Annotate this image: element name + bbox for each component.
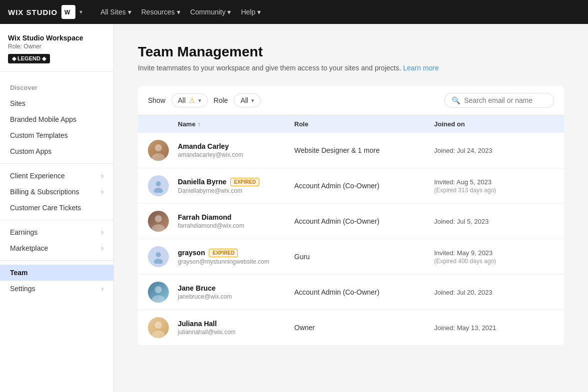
show-filter-chevron-icon: ▾ <box>198 97 201 104</box>
learn-more-link[interactable]: Learn more <box>403 64 439 72</box>
member-info: Amanda Carley amandacarley@wix.com <box>178 142 294 158</box>
sidebar-item-branded-mobile-apps[interactable]: Branded Mobile Apps <box>0 111 113 127</box>
sidebar-discover-label: Discover <box>0 80 113 95</box>
settings-chevron-icon: › <box>101 285 103 292</box>
member-role: Guru <box>294 253 434 261</box>
top-nav: WIX STUDIO W ▾ All Sites ▾ Resources ▾ C… <box>0 0 588 24</box>
workspace-info: Wix Studio Workspace Role: Owner ◆ LEGEN… <box>0 34 113 72</box>
nav-links: All Sites ▾ Resources ▾ Community ▾ Help… <box>100 8 261 16</box>
expired-date-text: (Expired 313 days ago) <box>434 187 554 194</box>
role-filter-chevron-icon: ▾ <box>251 97 254 104</box>
member-info: Juliana Hall juliannahall@wix.com <box>178 320 294 336</box>
sidebar-care-tickets-label: Customer Care Tickets <box>10 204 81 212</box>
show-filter-dropdown[interactable]: All ⚠ ▾ <box>171 93 208 107</box>
nav-all-sites[interactable]: All Sites ▾ <box>100 8 131 16</box>
sidebar-earnings-label: Earnings <box>10 228 37 236</box>
all-sites-chevron-icon: ▾ <box>128 8 131 16</box>
sidebar-item-client-experience[interactable]: Client Experience › <box>0 168 113 184</box>
sidebar-item-earnings[interactable]: Earnings › <box>0 224 113 240</box>
member-avatar-cell <box>148 246 178 267</box>
sidebar-client-exp-label: Client Experience <box>10 172 65 180</box>
sort-name-icon: ↑ <box>197 121 200 128</box>
avatar <box>148 246 169 267</box>
nav-resources[interactable]: Resources ▾ <box>141 8 180 16</box>
col-role-header: Role <box>294 120 434 128</box>
sidebar-team-label: Team <box>10 269 28 277</box>
member-email: janebruce@wix.com <box>178 293 294 300</box>
member-email: farrahdiamond@wix.com <box>178 222 294 229</box>
svg-text:W: W <box>64 9 70 16</box>
page-title: Team Management <box>138 44 564 60</box>
workspace-role: Role: Owner <box>8 43 105 50</box>
svg-point-4 <box>156 181 161 186</box>
sidebar-billing-label: Billing & Subscriptions <box>10 188 79 196</box>
member-name-row: Farrah Diamond <box>178 213 294 221</box>
member-avatar-cell <box>148 317 178 338</box>
sidebar-settings-label: Settings <box>10 285 35 293</box>
legend-badge: ◆ LEGEND ◆ <box>8 54 50 63</box>
workspace-name: Wix Studio Workspace <box>8 34 105 42</box>
sidebar-nav: Discover Sites Branded Mobile Apps Custo… <box>0 78 113 299</box>
sidebar-item-sites[interactable]: Sites <box>0 95 113 111</box>
sidebar-item-billing-subscriptions[interactable]: Billing & Subscriptions › <box>0 184 113 200</box>
search-box[interactable]: 🔍 <box>444 93 554 108</box>
sidebar-item-marketplace[interactable]: Marketplace › <box>0 240 113 256</box>
warning-icon: ⚠ <box>189 96 195 104</box>
member-info: Jane Bruce janebruce@wix.com <box>178 284 294 300</box>
table-row[interactable]: Jane Bruce janebruce@wix.com Account Adm… <box>138 275 564 310</box>
joined-date: Invited: May 9, 2023 <box>434 249 554 257</box>
svg-point-11 <box>152 295 165 303</box>
marketplace-chevron-icon: › <box>101 245 103 252</box>
svg-point-3 <box>152 153 165 161</box>
sidebar-item-team[interactable]: Team <box>0 265 113 281</box>
col-name-header[interactable]: Name ↑ <box>178 120 294 128</box>
expired-date-text: (Expired 400 days ago) <box>434 258 554 265</box>
sidebar-branded-label: Branded Mobile Apps <box>10 115 76 123</box>
community-chevron-icon: ▾ <box>227 8 231 16</box>
role-label: Role <box>214 96 228 104</box>
joined-date: Invited: Aug 5, 2023 <box>434 178 554 186</box>
member-name-row: Daniella Byrne EXPIRED <box>178 178 294 186</box>
nav-community[interactable]: Community ▾ <box>190 8 231 16</box>
joined-date: Joined: Jul 5, 2023 <box>434 218 554 225</box>
role-filter-dropdown[interactable]: All ▾ <box>234 93 261 107</box>
member-avatar-cell <box>148 282 178 303</box>
sidebar-item-customer-care-tickets[interactable]: Customer Care Tickets <box>0 200 113 216</box>
table-row[interactable]: Juliana Hall juliannahall@wix.com Owner … <box>138 310 564 345</box>
member-name-row: Jane Bruce <box>178 284 294 292</box>
page-subtitle-text: Invite teammates to your workspace and g… <box>138 64 401 72</box>
nav-help[interactable]: Help ▾ <box>241 8 261 16</box>
avatar <box>148 140 169 161</box>
svg-point-5 <box>154 188 163 193</box>
table-row[interactable]: Daniella Byrne EXPIRED Daniellabyrne@wix… <box>138 168 564 204</box>
svg-point-7 <box>152 224 165 232</box>
member-joined: Invited: May 9, 2023 (Expired 400 days a… <box>434 249 554 265</box>
team-table: Name ↑ Role Joined on Amanda Carley <box>138 115 564 345</box>
member-email: Daniellabyrne@wix.com <box>178 187 294 194</box>
filter-bar: Show All ⚠ ▾ Role All ▾ 🔍 <box>138 86 564 115</box>
sidebar-item-custom-templates[interactable]: Custom Templates <box>0 127 113 143</box>
table-row[interactable]: Amanda Carley amandacarley@wix.com Websi… <box>138 133 564 168</box>
sidebar-sites-label: Sites <box>10 99 25 107</box>
sidebar-item-custom-apps[interactable]: Custom Apps <box>0 143 113 159</box>
search-input[interactable] <box>464 96 547 104</box>
table-row[interactable]: grayson EXPIRED grayson@mystunningwebsit… <box>138 239 564 275</box>
avatar <box>148 211 169 232</box>
member-info: Daniella Byrne EXPIRED Daniellabyrne@wix… <box>178 178 294 194</box>
search-icon: 🔍 <box>452 96 460 104</box>
sidebar-marketplace-label: Marketplace <box>10 244 48 252</box>
logo[interactable]: WIX STUDIO W ▾ <box>8 5 82 19</box>
svg-point-9 <box>154 259 163 264</box>
role-filter-value: All <box>240 96 248 104</box>
sidebar-custom-templates-label: Custom Templates <box>10 131 68 139</box>
member-name: Farrah Diamond <box>178 213 231 221</box>
member-joined: Joined: May 13, 2021 <box>434 324 554 332</box>
logo-chevron-icon: ▾ <box>79 8 82 15</box>
member-name: Daniella Byrne <box>178 178 226 186</box>
expired-badge: EXPIRED <box>209 249 238 257</box>
member-avatar-cell <box>148 211 178 232</box>
member-email: juliannahall@wix.com <box>178 329 294 336</box>
member-role: Owner <box>294 324 434 332</box>
sidebar-item-settings[interactable]: Settings › <box>0 281 113 297</box>
table-row[interactable]: Farrah Diamond farrahdiamond@wix.com Acc… <box>138 204 564 239</box>
